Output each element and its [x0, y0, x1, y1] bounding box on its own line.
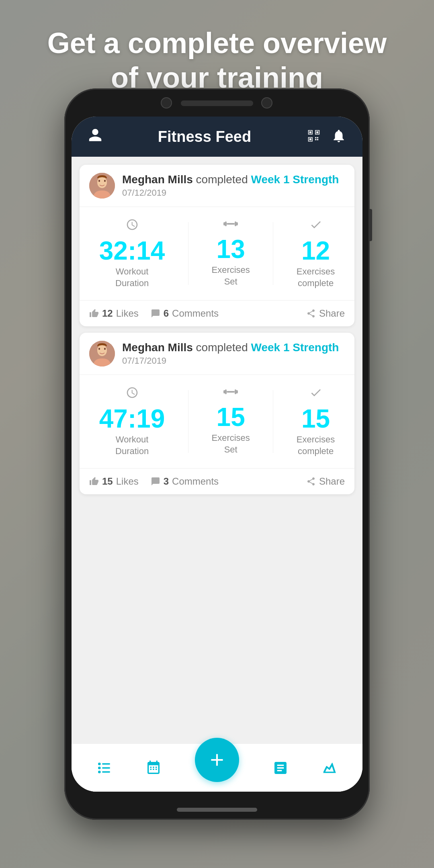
stat-exercises-complete-2: 15 Exercisescomplete	[297, 386, 335, 457]
card-1-user-name: Meghan Mills completed Week 1 Strength	[122, 173, 339, 186]
card-1-header: Meghan Mills completed Week 1 Strength 0…	[80, 165, 354, 207]
share-action-1[interactable]: Share	[306, 308, 345, 319]
card-2-date: 07/17/2019	[122, 356, 339, 366]
phone-microphone	[261, 97, 272, 108]
exercises-set-label-1: ExercisesSet	[211, 264, 250, 287]
workout-card-2: Meghan Mills completed Week 1 Strength 0…	[80, 333, 354, 494]
header-actions	[306, 128, 346, 145]
stat-duration-2: 47:19 WorkoutDuration	[99, 386, 165, 457]
nav-progress[interactable]	[322, 760, 338, 776]
svg-point-2	[98, 180, 100, 182]
user-avatar-2	[89, 341, 115, 366]
card-2-user-info: Meghan Mills completed Week 1 Strength 0…	[122, 341, 339, 366]
comments-action-1[interactable]: 6 Comments	[151, 308, 219, 319]
stat-divider-2a	[188, 390, 188, 453]
stat-exercises-complete-1: 12 Exercisescomplete	[297, 218, 335, 289]
likes-action-1[interactable]: 12 Likes	[89, 308, 139, 319]
exercises-set-value-1: 13	[217, 236, 245, 262]
duration-label-1: WorkoutDuration	[115, 266, 149, 289]
phone-screen: Fitness Feed	[72, 117, 362, 792]
card-2-header: Meghan Mills completed Week 1 Strength 0…	[80, 333, 354, 375]
svg-rect-8	[235, 222, 238, 225]
clock-icon-2	[126, 386, 139, 402]
exercises-set-value-2: 15	[217, 404, 245, 430]
phone-speaker	[181, 100, 253, 106]
likes-action-2[interactable]: 15 Likes	[89, 476, 139, 487]
svg-point-11	[98, 348, 100, 350]
exercises-complete-value-2: 15	[301, 406, 330, 432]
clock-icon-1	[126, 218, 139, 234]
page-title: Get a complete overviewof your training	[23, 26, 411, 95]
fab-add-button[interactable]	[195, 738, 239, 782]
svg-point-20	[98, 766, 101, 769]
dumbbell-icon-2	[223, 386, 238, 400]
checkmark-icon-1	[309, 218, 322, 234]
nav-log[interactable]	[272, 760, 289, 776]
svg-rect-5	[225, 221, 227, 226]
svg-point-3	[104, 180, 106, 182]
comments-action-2[interactable]: 3 Comments	[151, 476, 219, 487]
svg-point-12	[104, 348, 106, 350]
notification-icon[interactable]	[331, 128, 346, 145]
phone-side-button	[369, 209, 372, 241]
exercises-complete-value-1: 12	[301, 238, 330, 264]
workout-card-1: Meghan Mills completed Week 1 Strength 0…	[80, 165, 354, 326]
phone-mockup: Fitness Feed	[64, 88, 370, 820]
qr-icon[interactable]	[306, 128, 321, 145]
exercises-complete-label-1: Exercisescomplete	[297, 266, 335, 289]
duration-label-2: WorkoutDuration	[115, 434, 149, 457]
card-1-stats: 32:14 WorkoutDuration	[80, 207, 354, 301]
nav-feed[interactable]	[96, 760, 112, 776]
stat-duration-1: 32:14 WorkoutDuration	[99, 218, 165, 289]
share-action-2[interactable]: Share	[306, 476, 345, 487]
stat-exercises-set-1: 13 ExercisesSet	[211, 218, 250, 289]
svg-rect-23	[102, 771, 110, 772]
exercises-set-label-2: ExercisesSet	[211, 432, 250, 455]
duration-value-2: 47:19	[99, 406, 165, 432]
svg-point-10	[97, 345, 107, 356]
stat-divider-1b	[273, 222, 273, 285]
svg-rect-21	[102, 767, 110, 768]
exercises-complete-label-2: Exercisescomplete	[297, 434, 335, 457]
card-2-stats: 47:19 WorkoutDuration	[80, 375, 354, 469]
svg-point-22	[98, 770, 101, 773]
checkmark-icon-2	[309, 386, 322, 402]
duration-value-1: 32:14	[99, 238, 165, 264]
dumbbell-icon-1	[223, 218, 238, 232]
card-1-date: 07/12/2019	[122, 188, 339, 198]
stat-exercises-set-2: 15 ExercisesSet	[211, 386, 250, 457]
avatar-image-1	[89, 173, 115, 199]
card-2-user-name: Meghan Mills completed Week 1 Strength	[122, 341, 339, 354]
stat-divider-2b	[273, 390, 273, 453]
svg-rect-6	[227, 223, 235, 225]
svg-rect-15	[227, 391, 235, 393]
phone-camera	[161, 97, 172, 108]
card-1-footer: 12 Likes 6 Comments	[80, 301, 354, 326]
nav-calendar[interactable]	[145, 760, 162, 776]
svg-rect-17	[235, 390, 238, 393]
app-header: Fitness Feed	[72, 117, 362, 157]
stat-divider-1a	[188, 222, 188, 285]
profile-icon[interactable]	[88, 127, 103, 146]
svg-point-1	[97, 177, 107, 188]
svg-rect-19	[102, 763, 110, 764]
bottom-navigation	[72, 743, 362, 792]
app-title: Fitness Feed	[158, 128, 251, 145]
card-1-user-info: Meghan Mills completed Week 1 Strength 0…	[122, 173, 339, 198]
card-2-footer: 15 Likes 3 Comments	[80, 469, 354, 494]
user-avatar-1	[89, 173, 115, 199]
svg-point-18	[98, 762, 101, 765]
svg-rect-14	[225, 389, 227, 394]
phone-home-bar	[177, 808, 257, 812]
feed-content: Meghan Mills completed Week 1 Strength 0…	[72, 157, 362, 792]
avatar-image-2	[89, 341, 115, 366]
